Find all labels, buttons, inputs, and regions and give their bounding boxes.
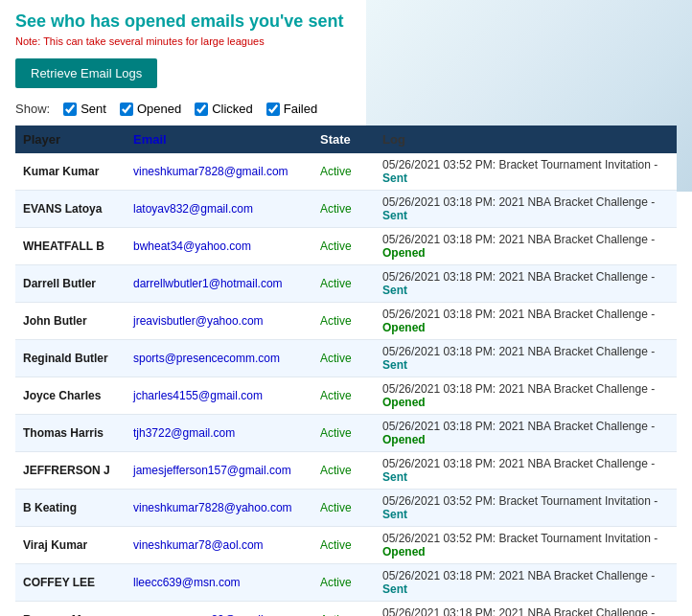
log-status: Sent (382, 470, 407, 484)
table-row: COFFEY LEElleecc639@msn.comActive05/26/2… (15, 564, 677, 602)
table-row: EVANS Latoyalatoyav832@gmail.comActive05… (15, 191, 677, 228)
cell-player: JEFFRERSON J (15, 452, 126, 490)
table-row: Joyce Charlesjcharles4155@gmail.comActiv… (15, 377, 677, 415)
header-player: Player (15, 125, 126, 153)
cell-player: Joyce Charles (15, 377, 126, 415)
cell-log: 05/26/2021 03:18 PM: 2021 NBA Bracket Ch… (375, 228, 677, 265)
cell-log: 05/26/2021 03:18 PM: 2021 NBA Bracket Ch… (375, 452, 677, 490)
cell-player: John Butler (15, 303, 126, 340)
filter-clicked[interactable]: Clicked (195, 102, 253, 116)
cell-email: vineshkumar78@aol.com (126, 527, 312, 564)
filter-failed-label: Failed (284, 102, 317, 116)
log-text: 05/26/2021 03:18 PM: 2021 NBA Bracket Ch… (382, 195, 655, 209)
page-note: Note: This can take several minutes for … (15, 35, 677, 47)
log-status: Sent (382, 508, 407, 521)
cell-log: 05/26/2021 03:18 PM: 2021 NBA Bracket Ch… (375, 340, 677, 377)
cell-state: Active (312, 452, 375, 490)
log-text: 05/26/2021 03:52 PM: Bracket Tournament … (382, 158, 657, 171)
log-status: Opened (382, 246, 426, 260)
log-text: 05/26/2021 03:18 PM: 2021 NBA Bracket Ch… (382, 270, 655, 284)
log-text: 05/26/2021 03:18 PM: 2021 NBA Bracket Ch… (382, 420, 655, 433)
retrieve-email-logs-button[interactable]: Retrieve Email Logs (15, 58, 157, 88)
cell-state: Active (312, 490, 375, 527)
cell-email: vineshkumar7828@yahoo.com (126, 490, 312, 527)
filter-failed[interactable]: Failed (266, 102, 317, 116)
log-text: 05/26/2021 03:18 PM: 2021 NBA Bracket Ch… (382, 606, 655, 616)
filter-clicked-label: Clicked (212, 102, 253, 116)
log-status: Sent (382, 209, 407, 222)
log-status: Opened (382, 433, 426, 446)
cell-email: tjh3722@gmail.com (126, 415, 312, 452)
cell-player: B Keating (15, 490, 126, 527)
log-status: Sent (382, 358, 407, 372)
table-row: Kumar Kumarvineshkumar7828@gmail.comActi… (15, 153, 677, 191)
cell-email: jcharles4155@gmail.com (126, 377, 312, 415)
log-status: Sent (382, 582, 407, 596)
log-text: 05/26/2021 03:18 PM: 2021 NBA Bracket Ch… (382, 457, 655, 470)
filter-sent-checkbox[interactable] (63, 103, 77, 116)
header-log: Log (375, 125, 677, 153)
log-status: Opened (382, 321, 426, 334)
cell-log: 05/26/2021 03:52 PM: Bracket Tournament … (375, 527, 677, 564)
cell-email: vineshkumar7828@gmail.com (126, 153, 312, 191)
cell-player: COFFEY LEE (15, 564, 126, 602)
filter-sent-label: Sent (81, 102, 106, 116)
cell-email: jreavisbutler@yahoo.com (126, 303, 312, 340)
cell-log: 05/26/2021 03:52 PM: Bracket Tournament … (375, 490, 677, 527)
cell-email: bwheat34@yahoo.com (126, 228, 312, 265)
cell-state: Active (312, 564, 375, 602)
cell-state: Active (312, 340, 375, 377)
cell-log: 05/26/2021 03:18 PM: 2021 NBA Bracket Ch… (375, 377, 677, 415)
table-row: JEFFRERSON Jjamesjefferson157@gmail.comA… (15, 452, 677, 490)
filter-opened-checkbox[interactable] (120, 103, 133, 116)
filter-opened-label: Opened (137, 102, 181, 116)
table-row: Ramona Morganramonamorgan80@gmail.comAct… (15, 602, 677, 617)
log-text: 05/26/2021 03:52 PM: Bracket Tournament … (382, 532, 657, 545)
log-status: Sent (382, 171, 407, 185)
cell-player: EVANS Latoya (15, 191, 126, 228)
log-text: 05/26/2021 03:18 PM: 2021 NBA Bracket Ch… (382, 345, 655, 358)
cell-state: Active (312, 153, 375, 191)
cell-log: 05/26/2021 03:18 PM: 2021 NBA Bracket Ch… (375, 191, 677, 228)
filter-failed-checkbox[interactable] (266, 103, 280, 116)
email-log-table: Player Email State Log Kumar Kumarvinesh… (15, 125, 677, 616)
cell-log: 05/26/2021 03:18 PM: 2021 NBA Bracket Ch… (375, 602, 677, 617)
log-status: Opened (382, 545, 426, 559)
cell-email: lleecc639@msn.com (126, 564, 312, 602)
table-row: Reginald Butlersports@presencecomm.comAc… (15, 340, 677, 377)
cell-email: jamesjefferson157@gmail.com (126, 452, 312, 490)
cell-email: latoyav832@gmail.com (126, 191, 312, 228)
log-status: Sent (382, 284, 407, 297)
cell-log: 05/26/2021 03:18 PM: 2021 NBA Bracket Ch… (375, 303, 677, 340)
table-row: Viraj Kumarvineshkumar78@aol.comActive05… (15, 527, 677, 564)
cell-player: Viraj Kumar (15, 527, 126, 564)
log-text: 05/26/2021 03:18 PM: 2021 NBA Bracket Ch… (382, 233, 655, 246)
header-email: Email (126, 125, 312, 153)
log-text: 05/26/2021 03:18 PM: 2021 NBA Bracket Ch… (382, 382, 655, 396)
cell-email: ramonamorgan80@gmail.com (126, 602, 312, 617)
log-text: 05/26/2021 03:18 PM: 2021 NBA Bracket Ch… (382, 308, 655, 321)
cell-email: darrellwbutler1@hotmail.com (126, 265, 312, 303)
cell-player: Kumar Kumar (15, 153, 126, 191)
cell-player: Thomas Harris (15, 415, 126, 452)
log-status: Opened (382, 396, 426, 409)
filter-clicked-checkbox[interactable] (195, 103, 208, 116)
show-filters-row: Show: Sent Opened Clicked Failed (15, 102, 677, 116)
cell-log: 05/26/2021 03:52 PM: Bracket Tournament … (375, 153, 677, 191)
filter-opened[interactable]: Opened (120, 102, 181, 116)
table-row: B Keatingvineshkumar7828@yahoo.comActive… (15, 490, 677, 527)
cell-state: Active (312, 602, 375, 617)
cell-player: Ramona Morgan (15, 602, 126, 617)
cell-log: 05/26/2021 03:18 PM: 2021 NBA Bracket Ch… (375, 564, 677, 602)
cell-player: Darrell Butler (15, 265, 126, 303)
cell-state: Active (312, 527, 375, 564)
table-row: Darrell Butlerdarrellwbutler1@hotmail.co… (15, 265, 677, 303)
cell-log: 05/26/2021 03:18 PM: 2021 NBA Bracket Ch… (375, 415, 677, 452)
table-row: John Butlerjreavisbutler@yahoo.comActive… (15, 303, 677, 340)
header-state: State (312, 125, 375, 153)
filter-sent[interactable]: Sent (63, 102, 106, 116)
table-header-row: Player Email State Log (15, 125, 677, 153)
cell-log: 05/26/2021 03:18 PM: 2021 NBA Bracket Ch… (375, 265, 677, 303)
cell-state: Active (312, 377, 375, 415)
cell-player: Reginald Butler (15, 340, 126, 377)
